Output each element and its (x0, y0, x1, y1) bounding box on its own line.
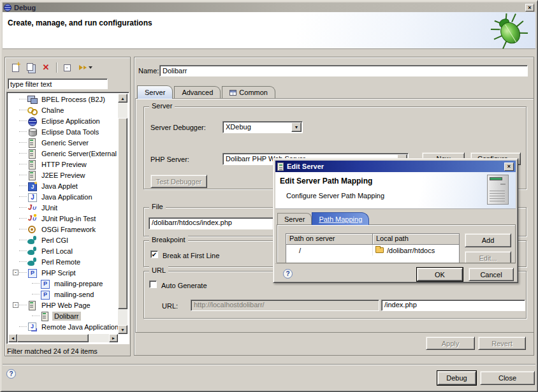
filter-options-button[interactable] (75, 61, 96, 74)
tree-horizontal-scrollbar[interactable]: ◄ ► (8, 334, 118, 342)
edit-server-dialog: Edit Server × Edit Server Path Mapping C… (273, 158, 518, 283)
tree-item-eclipse-data-tools[interactable]: Eclipse Data Tools (8, 126, 118, 137)
tree-item-label: Generic Server (40, 138, 91, 147)
tree-item-php-web-page[interactable]: -PHP Web Page (8, 300, 118, 310)
server-icon (27, 160, 37, 169)
tree-item-label: mailing-send (52, 290, 96, 299)
tree-item-perl-cgi[interactable]: Perl CGI (8, 235, 118, 245)
local-path-text: /dolibarr/htdocs (387, 247, 435, 254)
server-debugger-select[interactable]: XDebug ▼ (222, 121, 303, 133)
server-icon (27, 149, 37, 158)
tree-item-java-applet[interactable]: Java Applet (8, 180, 118, 191)
tree-item-label: OSGi Framework (40, 225, 98, 234)
debug-button[interactable]: Debug (437, 371, 476, 385)
tree-item-mailing-send[interactable]: mailing-send (8, 289, 118, 300)
server-icon (40, 312, 50, 321)
server-icon (27, 171, 37, 180)
tab-server[interactable]: Server (137, 85, 173, 99)
tree-item-osgi-framework[interactable]: OSGi Framework (8, 224, 118, 235)
dropdown-arrow-icon[interactable]: ▼ (291, 122, 302, 132)
delete-configuration-button[interactable]: ✕ (39, 61, 53, 74)
junit-icon (27, 203, 37, 212)
tab-server-settings[interactable]: Server (277, 213, 312, 224)
break-at-first-line-checkbox[interactable]: ✔ (150, 250, 158, 258)
horizontal-scrollbar-thumb[interactable] (17, 334, 89, 342)
new-configuration-icon (12, 64, 19, 72)
vertical-scrollbar-thumb[interactable] (118, 118, 127, 309)
edit-server-close-button[interactable]: × (504, 163, 514, 171)
tree-item-label: Chaîne (40, 106, 66, 115)
tree-item-mailing-prepare[interactable]: mailing-prepare (8, 278, 118, 289)
file-url-input[interactable]: /index.php (381, 300, 525, 311)
scroll-up-icon[interactable]: ▲ (118, 94, 127, 103)
tab-common[interactable]: Common (222, 86, 275, 98)
tab-path-mapping[interactable]: Path Mapping (312, 212, 369, 225)
path-mapping-row[interactable]: //dolibarr/htdocs (286, 245, 459, 256)
tree-item-generic-server-external-la[interactable]: Generic Server(External La (8, 148, 118, 159)
collapse-toggle-icon[interactable]: - (13, 270, 18, 275)
php-file-icon (40, 279, 50, 288)
collapse-all-button[interactable]: - (60, 61, 74, 74)
auto-generate-label: Auto Generate (161, 282, 207, 289)
tree-item-bpel-process-b2j[interactable]: BPEL Process (B2J) (8, 94, 118, 105)
duplicate-configuration-button[interactable] (24, 61, 38, 74)
tree-item-label: PHP Script (40, 268, 78, 277)
server-icon (277, 163, 284, 171)
ok-button[interactable]: OK (417, 268, 463, 281)
url-group-title: URL (149, 266, 168, 274)
server-icon (27, 301, 37, 310)
tree-item-label: JUnit (40, 203, 59, 212)
tree-item-j2ee-preview[interactable]: J2EE Preview (8, 170, 118, 180)
tree-item-eclipse-application[interactable]: Eclipse Application (8, 115, 118, 126)
tree-item-remote-java-application[interactable]: Remote Java Application (8, 321, 118, 332)
window-close-button[interactable]: × (525, 4, 534, 11)
tree-item-cha-ne[interactable]: Chaîne (8, 105, 118, 115)
collapse-toggle-icon[interactable]: - (13, 302, 18, 308)
column-path-on-server[interactable]: Path on server (286, 234, 373, 245)
add-mapping-button[interactable]: Add (465, 233, 511, 247)
tree-vertical-scrollbar[interactable]: ▲ ▼ (118, 94, 127, 334)
type-filter-input[interactable] (8, 78, 108, 89)
revert-button: Revert (478, 337, 526, 350)
scrollbar-track[interactable] (89, 334, 109, 342)
remote-java-icon (27, 323, 37, 331)
tree-item-http-preview[interactable]: HTTP Preview (8, 159, 118, 170)
tree-item-generic-server[interactable]: Generic Server (8, 137, 118, 148)
configurations-toolbar: ✕ - (8, 60, 96, 75)
tree-item-label: Java Applet (40, 182, 80, 191)
php-server-label: PHP Server: (150, 156, 189, 163)
junit-plugin-icon (27, 214, 37, 223)
tree-item-java-application[interactable]: Java Application (8, 191, 118, 202)
tree-item-perl-local[interactable]: Perl Local (8, 245, 118, 256)
edit-server-titlebar: Edit Server × (275, 161, 516, 172)
path-mapping-table-header: Path on server Local path (286, 234, 459, 245)
tree-item-php-script[interactable]: -PHP Script (8, 267, 118, 278)
scroll-right-icon[interactable]: ► (109, 334, 118, 342)
tree-item-label: BPEL Process (B2J) (40, 95, 107, 104)
new-configuration-button[interactable] (8, 61, 22, 74)
tree-item-junit[interactable]: JUnit (8, 202, 118, 213)
name-input[interactable] (159, 65, 528, 76)
column-local-path[interactable]: Local path (373, 234, 459, 245)
collapse-all-icon: - (64, 64, 71, 71)
base-url-input: http://localhostdolibarr/ (191, 300, 379, 311)
edit-server-tabs: Server Path Mapping (277, 212, 369, 224)
tree-item-junit-plug-in-test[interactable]: JUnit Plug-in Test (8, 213, 118, 224)
perl-icon (27, 236, 37, 245)
delete-icon: ✕ (43, 64, 50, 71)
tree-item-dolibarr[interactable]: Dolibarr (8, 310, 118, 321)
auto-generate-checkbox[interactable] (149, 280, 157, 288)
scroll-down-icon[interactable]: ▼ (118, 325, 127, 334)
folder-icon (375, 247, 384, 253)
tab-advanced[interactable]: Advanced (174, 86, 221, 98)
tree-item-label: J2EE Preview (40, 171, 87, 180)
cancel-button[interactable]: Cancel (469, 268, 514, 281)
server-debugger-label: Server Debugger: (150, 124, 206, 131)
tab-server-label: Server (145, 89, 165, 96)
filter-icon (79, 65, 87, 70)
help-icon[interactable]: ? (6, 369, 16, 379)
close-button[interactable]: Close (480, 371, 535, 385)
help-icon[interactable]: ? (283, 269, 293, 279)
tree-item-perl-remote[interactable]: Perl Remote (8, 256, 118, 267)
scroll-left-icon[interactable]: ◄ (8, 334, 17, 342)
